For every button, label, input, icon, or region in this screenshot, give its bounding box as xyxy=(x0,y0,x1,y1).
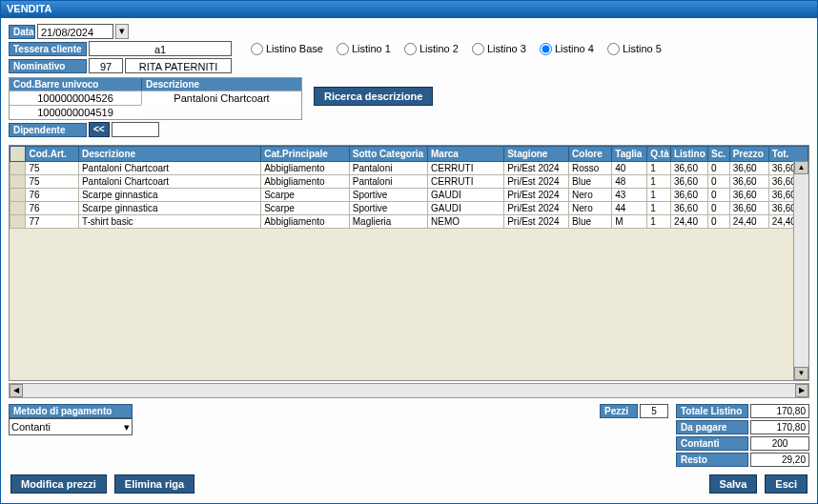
scroll-right-icon[interactable]: ▶ xyxy=(795,384,808,397)
col-header[interactable]: Marca xyxy=(427,147,503,162)
desc-header: Descrizione xyxy=(141,78,301,91)
table-row[interactable]: 76Scarpe ginnasticaScarpeSportiveGAUDIPr… xyxy=(10,202,808,215)
listino-radio-4[interactable]: Listino 4 xyxy=(540,43,594,55)
col-header[interactable]: Cod.Art. xyxy=(26,147,79,162)
nominativo-label: Nominativo xyxy=(9,59,87,73)
listino-radio-3[interactable]: Listino 3 xyxy=(472,43,526,55)
esci-button[interactable]: Esci xyxy=(765,474,808,494)
scroll-left-icon[interactable]: ◀ xyxy=(10,384,23,397)
payment-value: Contanti xyxy=(11,421,51,433)
elimina-riga-button[interactable]: Elimina riga xyxy=(114,474,194,494)
data-field[interactable]: 21/08/2024 xyxy=(37,24,113,39)
pezzi-label: Pezzi xyxy=(600,404,638,418)
dapagare-value: 170,80 xyxy=(750,420,809,434)
col-header[interactable]: Cat.Principale xyxy=(261,147,350,162)
items-grid: Cod.Art.DescrizioneCat.PrincipaleSotto C… xyxy=(9,145,809,381)
pezzi-value: 5 xyxy=(640,404,668,418)
vendita-window: VENDITA Data 21/08/2024 ▾ Tessera client… xyxy=(0,0,818,504)
table-row[interactable]: 77T-shirt basicAbbigliamentoMaglieriaNEM… xyxy=(10,215,808,229)
scroll-down-icon[interactable]: ▼ xyxy=(794,367,808,380)
col-header[interactable]: Descrizione xyxy=(78,147,260,162)
listino-radio-2[interactable]: Listino 2 xyxy=(404,43,459,55)
listino-radios: Listino BaseListino 1Listino 2Listino 3L… xyxy=(251,43,662,55)
col-header[interactable]: Tot. xyxy=(768,147,808,162)
nominativo-name[interactable]: RITA PATERNITI xyxy=(125,58,232,73)
listino-radio-5[interactable]: Listino 5 xyxy=(607,43,662,55)
tessera-label: Tessera cliente xyxy=(9,42,87,56)
col-header[interactable]: Colore xyxy=(569,147,612,162)
salva-button[interactable]: Salva xyxy=(709,474,758,494)
listino-radio-0[interactable]: Listino Base xyxy=(251,43,323,55)
resto-value: 29,20 xyxy=(750,453,809,467)
table-row[interactable]: 75Pantaloni ChartcoartAbbigliamentoPanta… xyxy=(10,175,808,189)
barcode-2[interactable]: 1000000004519 xyxy=(10,105,141,119)
dipendente-label: Dipendente xyxy=(9,123,87,137)
titlebar: VENDITA xyxy=(1,1,817,18)
barcode-1[interactable]: 1000000004526 xyxy=(10,91,141,105)
chevron-down-icon[interactable]: ▾ xyxy=(124,421,130,433)
payment-label: Metodo di pagamento xyxy=(9,404,133,418)
contanti-label: Contanti xyxy=(676,436,748,451)
barcode-desc[interactable]: Pantaloni Chartcoart xyxy=(141,91,301,105)
table-row[interactable]: 76Scarpe ginnasticaScarpeSportiveGAUDIPr… xyxy=(10,189,808,202)
col-header[interactable]: Sc. xyxy=(708,147,730,162)
dapagare-label: Da pagare xyxy=(676,420,748,434)
col-header[interactable]: Listino xyxy=(670,147,707,162)
resto-label: Resto xyxy=(676,453,748,467)
modifica-prezzi-button[interactable]: Modifica prezzi xyxy=(10,474,107,494)
dipendente-field[interactable] xyxy=(112,122,159,137)
dipendente-back-button[interactable]: << xyxy=(89,122,110,137)
data-dropdown-btn[interactable]: ▾ xyxy=(115,24,129,39)
barcode-header: Cod.Barre univoco xyxy=(10,78,141,91)
col-header[interactable]: Prezzo xyxy=(729,147,768,162)
col-header[interactable]: Q.tà xyxy=(647,147,671,162)
barcode-box: Cod.Barre univoco Descrizione 1000000004… xyxy=(9,77,302,120)
scroll-up-icon[interactable]: ▲ xyxy=(794,161,808,174)
nominativo-code[interactable]: 97 xyxy=(89,58,123,73)
totale-value: 170,80 xyxy=(750,404,809,418)
ricerca-button[interactable]: Ricerca descrizione xyxy=(314,87,433,106)
listino-radio-1[interactable]: Listino 1 xyxy=(337,43,391,55)
tessera-field[interactable]: a1 xyxy=(89,41,232,56)
contanti-value[interactable]: 200 xyxy=(750,436,809,451)
table-row[interactable]: 75Pantaloni ChartcoartAbbigliamentoPanta… xyxy=(10,162,808,175)
vscrollbar[interactable]: ▲ ▼ xyxy=(793,161,808,380)
totale-label: Totale Listino xyxy=(676,404,748,418)
col-header[interactable]: Sotto Categoria xyxy=(349,147,427,162)
col-header[interactable]: Stagione xyxy=(504,147,569,162)
payment-box: Metodo di pagamento Contanti ▾ xyxy=(9,404,133,435)
hscrollbar[interactable]: ◀ ▶ xyxy=(9,383,809,398)
data-label: Data xyxy=(9,25,35,39)
payment-select[interactable]: Contanti ▾ xyxy=(9,418,133,435)
items-table[interactable]: Cod.Art.DescrizioneCat.PrincipaleSotto C… xyxy=(10,146,808,229)
col-header[interactable]: Taglia xyxy=(612,147,647,162)
